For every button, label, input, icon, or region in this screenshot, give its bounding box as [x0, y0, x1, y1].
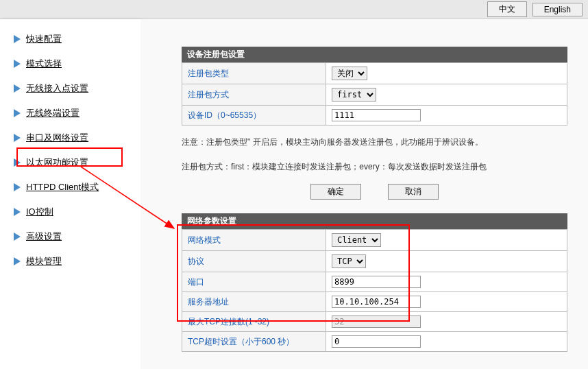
network-mode-label: 网络模式 — [182, 230, 326, 251]
tcp-timeout-input[interactable] — [332, 335, 421, 348]
port-input[interactable] — [332, 276, 421, 288]
note-text-2: 注册包方式：first：模块建立连接时发送注册包；every：每次发送数据时发送… — [182, 160, 567, 175]
nav-module-manage[interactable]: 模块管理 — [14, 255, 140, 267]
device-id-label: 设备ID（0~65535） — [182, 106, 326, 126]
protocol-select[interactable]: TCP — [332, 254, 366, 268]
sidebar: 快速配置 模式选择 无线接入点设置 无线终端设置 串口及网络设置 以太网功能设置… — [0, 19, 140, 369]
nav-wireless-terminal[interactable]: 无线终端设置 — [14, 107, 140, 119]
arrow-right-icon — [14, 84, 21, 93]
nav-label: 无线接入点设置 — [26, 82, 88, 95]
nav-label: 模式选择 — [26, 58, 62, 70]
nav-label: HTTPD Client模式 — [26, 181, 99, 193]
maxconn-input — [332, 316, 421, 328]
register-method-label: 注册包方式 — [182, 84, 326, 106]
nav-label: 高级设置 — [26, 230, 62, 243]
nav-label: 模块管理 — [26, 255, 62, 267]
register-method-select[interactable]: first — [332, 88, 376, 102]
nav-label: 快速配置 — [26, 33, 62, 45]
nav-mode-select[interactable]: 模式选择 — [14, 58, 140, 70]
network-section-title: 网络参数设置 — [182, 213, 567, 229]
lang-cn-button[interactable]: 中文 — [487, 1, 527, 17]
arrow-right-icon — [14, 183, 21, 191]
device-id-input[interactable] — [332, 109, 421, 121]
protocol-label: 协议 — [182, 251, 326, 272]
cancel-button[interactable]: 取消 — [388, 184, 439, 200]
nav-serial-network[interactable]: 串口及网络设置 — [14, 132, 140, 144]
register-table: 注册包类型 关闭 注册包方式 first 设备ID（0~65535） — [182, 62, 567, 126]
register-type-select[interactable]: 关闭 — [332, 67, 367, 80]
arrow-right-icon — [14, 158, 21, 167]
arrow-right-icon — [14, 208, 21, 216]
content-area: 设备注册包设置 注册包类型 关闭 注册包方式 first 设备ID（0~6553… — [140, 19, 588, 369]
maxconn-label: 最大TCP连接数(1~32) — [182, 312, 326, 332]
network-mode-select[interactable]: Client — [332, 233, 381, 247]
arrow-right-icon — [14, 109, 21, 117]
nav-io-control[interactable]: IO控制 — [14, 206, 140, 218]
port-label: 端口 — [182, 272, 326, 292]
nav-label: IO控制 — [26, 206, 53, 218]
arrow-right-icon — [14, 257, 21, 265]
nav-ethernet[interactable]: 以太网功能设置 — [14, 156, 140, 169]
nav-label: 无线终端设置 — [26, 107, 79, 119]
register-type-label: 注册包类型 — [182, 63, 326, 84]
arrow-right-icon — [14, 233, 21, 241]
lang-en-button[interactable]: English — [532, 3, 583, 16]
note-text-1: 注意：注册包类型" 开启后，模块主动向服务器发送注册包，此功能用于辨识设备。 — [182, 135, 567, 150]
register-section-title: 设备注册包设置 — [182, 47, 567, 62]
nav-wireless-ap[interactable]: 无线接入点设置 — [14, 82, 140, 95]
nav-advanced[interactable]: 高级设置 — [14, 230, 140, 243]
ok-button[interactable]: 确定 — [310, 184, 361, 200]
server-addr-input[interactable] — [332, 296, 421, 308]
arrow-right-icon — [14, 60, 21, 68]
nav-label: 以太网功能设置 — [26, 156, 88, 169]
nav-httpd-client[interactable]: HTTPD Client模式 — [14, 181, 140, 193]
nav-label: 串口及网络设置 — [26, 132, 88, 144]
nav-quick-config[interactable]: 快速配置 — [14, 33, 140, 45]
arrow-right-icon — [14, 35, 21, 43]
arrow-right-icon — [14, 134, 21, 142]
network-table: 网络模式 Client 协议 TCP 端口 服务器地址 最大TCP连接数(1~3… — [182, 229, 567, 352]
tcp-timeout-label: TCP超时设置（小于600 秒） — [182, 332, 326, 352]
server-addr-label: 服务器地址 — [182, 292, 326, 312]
